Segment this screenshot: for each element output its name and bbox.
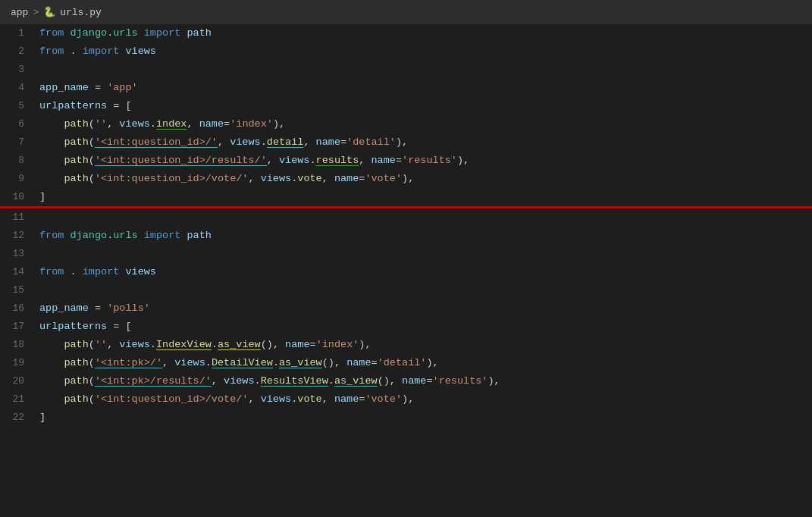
line-20: 20 path('<int:pk>/results/', views.Resul…	[0, 372, 812, 390]
code-section-bottom: 11 12 from django.urls import path 13 14…	[0, 208, 812, 427]
line-number-16: 16	[0, 299, 36, 318]
line-content-8: path('<int:question_id>/results/', views…	[36, 152, 812, 170]
line-content-4: app_name = 'app'	[36, 79, 812, 97]
line-number-17: 17	[0, 318, 36, 336]
line-content-19: path('<int:pk>/', views.DetailView.as_vi…	[36, 354, 812, 372]
code-editor: 1 from django.urls import path 2 from . …	[0, 24, 812, 517]
line-18: 18 path('', views.IndexView.as_view(), n…	[0, 336, 812, 354]
line-2: 2 from . import views	[0, 42, 812, 61]
line-number-6: 6	[0, 115, 36, 133]
line-number-7: 7	[0, 133, 36, 152]
line-content-12: from django.urls import path	[36, 227, 812, 245]
line-content-2: from . import views	[36, 42, 812, 61]
line-content-18: path('', views.IndexView.as_view(), name…	[36, 336, 812, 354]
line-content-21: path('<int:question_id>/vote/', views.vo…	[36, 390, 812, 409]
line-number-12: 12	[0, 227, 36, 245]
line-number-3: 3	[0, 61, 36, 79]
line-number-2: 2	[0, 42, 36, 61]
line-10: 10 ]	[0, 188, 812, 206]
title-bar: app > 🐍 urls.py	[0, 0, 812, 24]
line-number-8: 8	[0, 152, 36, 170]
line-number-5: 5	[0, 97, 36, 115]
line-3: 3	[0, 61, 812, 79]
line-11: 11	[0, 208, 812, 227]
line-13: 13	[0, 245, 812, 263]
line-content-17: urlpatterns = [	[36, 318, 812, 336]
line-number-18: 18	[0, 336, 36, 354]
line-content-6: path('', views.index, name='index'),	[36, 115, 812, 133]
line-number-15: 15	[0, 281, 36, 299]
line-content-16: app_name = 'polls'	[36, 299, 812, 318]
line-number-11: 11	[0, 208, 36, 227]
line-6: 6 path('', views.index, name='index'),	[0, 115, 812, 133]
line-number-13: 13	[0, 245, 36, 263]
line-5: 5 urlpatterns = [	[0, 97, 812, 115]
line-12: 12 from django.urls import path	[0, 227, 812, 245]
line-number-4: 4	[0, 79, 36, 97]
line-number-14: 14	[0, 263, 36, 281]
line-16: 16 app_name = 'polls'	[0, 299, 812, 318]
line-number-20: 20	[0, 372, 36, 390]
file-icon: 🐍	[43, 6, 55, 18]
line-number-10: 10	[0, 188, 36, 206]
line-22: 22 ]	[0, 409, 812, 427]
line-number-21: 21	[0, 390, 36, 409]
line-17: 17 urlpatterns = [	[0, 318, 812, 336]
line-9: 9 path('<int:question_id>/vote/', views.…	[0, 170, 812, 188]
line-19: 19 path('<int:pk>/', views.DetailView.as…	[0, 354, 812, 372]
line-number-9: 9	[0, 170, 36, 188]
line-content-10: ]	[36, 188, 812, 206]
line-14: 14 from . import views	[0, 263, 812, 281]
line-1: 1 from django.urls import path	[0, 24, 812, 42]
line-content-7: path('<int:question_id>/', views.detail,…	[36, 133, 812, 152]
line-content-20: path('<int:pk>/results/', views.ResultsV…	[36, 372, 812, 390]
line-content-22: ]	[36, 409, 812, 427]
line-8: 8 path('<int:question_id>/results/', vie…	[0, 152, 812, 170]
breadcrumb-app: app	[11, 7, 28, 18]
line-number-22: 22	[0, 409, 36, 427]
line-15: 15	[0, 281, 812, 299]
line-content-5: urlpatterns = [	[36, 97, 812, 115]
line-4: 4 app_name = 'app'	[0, 79, 812, 97]
breadcrumb-filename: urls.py	[60, 7, 102, 18]
line-content-9: path('<int:question_id>/vote/', views.vo…	[36, 170, 812, 188]
code-section-top: 1 from django.urls import path 2 from . …	[0, 24, 812, 206]
line-content-14: from . import views	[36, 263, 812, 281]
line-number-19: 19	[0, 354, 36, 372]
line-21: 21 path('<int:question_id>/vote/', views…	[0, 390, 812, 409]
line-7: 7 path('<int:question_id>/', views.detai…	[0, 133, 812, 152]
line-content-1: from django.urls import path	[36, 24, 812, 42]
line-number-1: 1	[0, 24, 36, 42]
breadcrumb-separator: >	[33, 7, 39, 18]
